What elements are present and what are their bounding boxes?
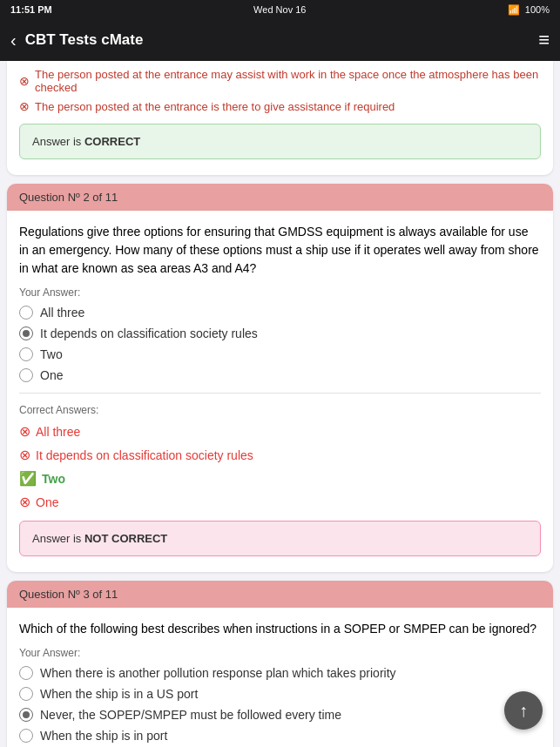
q2-option-2[interactable]: It depends on classification society rul…	[19, 326, 541, 340]
q3-option-4-text: When the ship is in port	[40, 729, 167, 743]
divider-2	[19, 393, 541, 394]
partial-option-2-text: The person posted at the entrance is the…	[35, 100, 395, 113]
x-circle-icon-3: ⊗	[19, 494, 30, 510]
x-circle-icon-2: ⊗	[19, 447, 30, 463]
q2-correct-3: ✅ Two	[19, 470, 541, 487]
q2-correct-1-text: All three	[36, 425, 80, 439]
x-circle-icon-1: ⊗	[19, 423, 30, 440]
q2-answer-banner: Answer is NOT CORRECT	[19, 521, 541, 556]
question-3-body: Which of the following best describes wh…	[7, 608, 553, 747]
nav-title: CBT Tests cMate	[25, 31, 538, 49]
q2-option-1-text: All three	[40, 306, 84, 320]
question-3-header: Question Nº 3 of 11	[7, 581, 553, 608]
question-2-text: Regulations give three options for ensur…	[19, 223, 541, 278]
q2-radio-2	[19, 326, 33, 340]
partial-option-2: ⊗ The person posted at the entrance is t…	[19, 99, 541, 113]
q2-radio-3	[19, 347, 33, 361]
question-3-card: Question Nº 3 of 11 Which of the followi…	[7, 581, 553, 747]
question-2-card: Question Nº 2 of 11 Regulations give thr…	[7, 184, 553, 572]
question-2-header: Question Nº 2 of 11	[7, 184, 553, 211]
q3-radio-2	[19, 687, 33, 701]
q2-correct-4: ⊗ One	[19, 494, 541, 510]
q2-option-3-text: Two	[40, 347, 63, 361]
scroll-to-top-button[interactable]: ↑	[504, 691, 543, 730]
status-time: 11:51 PM	[10, 4, 52, 15]
menu-button[interactable]: ≡	[538, 29, 550, 51]
content-area: ⊗ The person posted at the entrance may …	[0, 61, 560, 747]
battery-icon: 100%	[525, 4, 550, 15]
q3-option-4[interactable]: When the ship is in port	[19, 729, 541, 743]
q2-option-1[interactable]: All three	[19, 306, 541, 320]
q2-correct-3-text: Two	[42, 472, 65, 486]
q2-option-3[interactable]: Two	[19, 347, 541, 361]
status-date: Wed Nov 16	[253, 4, 306, 15]
question-2-body: Regulations give three options for ensur…	[7, 211, 553, 572]
check-circle-icon-1: ✅	[19, 470, 37, 487]
q2-correct-1: ⊗ All three	[19, 423, 541, 440]
q3-radio-4	[19, 729, 33, 743]
wifi-icon: 📶	[508, 4, 520, 16]
q3-radio-3	[19, 708, 33, 722]
q3-option-3-text: Never, the SOPEP/SMPEP must be followed …	[40, 708, 341, 722]
q2-correct-2: ⊗ It depends on classification society r…	[19, 447, 541, 463]
q3-option-2[interactable]: When the ship is in a US port	[19, 687, 541, 701]
status-bar: 11:51 PM Wed Nov 16 📶 100%	[0, 0, 560, 19]
q2-option-2-text: It depends on classification society rul…	[40, 326, 258, 340]
partial-option-1: ⊗ The person posted at the entrance may …	[19, 68, 541, 94]
q2-correct-2-text: It depends on classification society rul…	[36, 448, 253, 462]
back-button[interactable]: ‹	[10, 30, 17, 50]
q3-option-3[interactable]: Never, the SOPEP/SMPEP must be followed …	[19, 708, 541, 722]
q3-option-1[interactable]: When there is another pollution response…	[19, 666, 541, 680]
q2-option-4-text: One	[40, 368, 63, 382]
q2-correct-4-text: One	[36, 495, 58, 509]
your-answer-label-2: Your Answer:	[19, 286, 541, 299]
q2-option-4[interactable]: One	[19, 368, 541, 382]
x-icon-1: ⊗	[19, 74, 30, 88]
partial-option-1-text: The person posted at the entrance may as…	[35, 68, 541, 94]
correct-answers-label-2: Correct Answers:	[19, 404, 541, 416]
q2-radio-4	[19, 368, 33, 382]
partial-question-card: ⊗ The person posted at the entrance may …	[7, 61, 553, 175]
nav-bar: ‹ CBT Tests cMate ≡	[0, 19, 560, 61]
partial-answer-banner: Answer is CORRECT	[19, 124, 541, 159]
your-answer-label-3: Your Answer:	[19, 647, 541, 659]
q3-option-1-text: When there is another pollution response…	[40, 666, 396, 680]
q3-option-2-text: When the ship is in a US port	[40, 687, 198, 701]
x-icon-2: ⊗	[19, 99, 30, 113]
q3-radio-1	[19, 666, 33, 680]
q2-radio-1	[19, 306, 33, 320]
question-3-text: Which of the following best describes wh…	[19, 620, 541, 638]
